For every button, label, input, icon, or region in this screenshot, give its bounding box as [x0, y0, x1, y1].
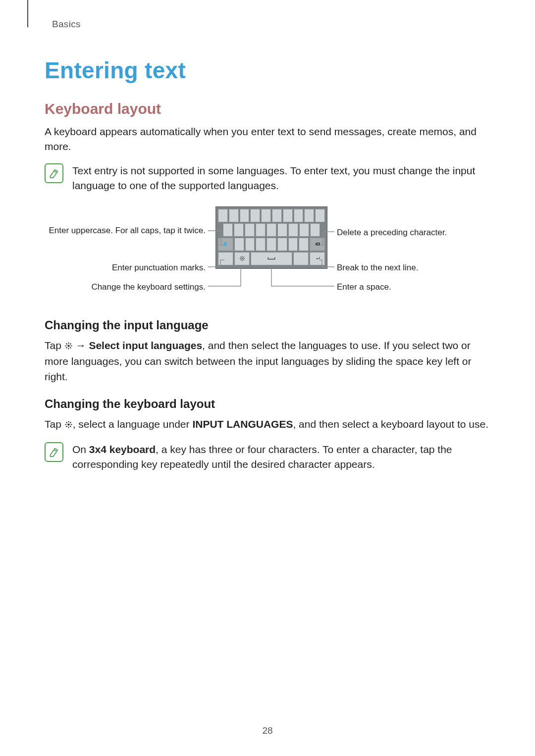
page-number: 28 — [0, 725, 535, 736]
keyboard-diagram: Enter uppercase. For all caps, tap it tw… — [45, 206, 490, 305]
callout-delete: Delete a preceding character. — [337, 227, 447, 238]
callout-settings: Change the keyboard settings. — [45, 282, 206, 292]
page-title: Entering text — [45, 57, 490, 84]
svg-line-6 — [243, 259, 244, 260]
note-block: Text entry is not supported in some lang… — [45, 163, 490, 194]
note-text: On 3x4 keyboard, a key has three or four… — [72, 442, 490, 472]
svg-line-14 — [66, 343, 67, 344]
svg-line-5 — [240, 257, 241, 258]
svg-line-15 — [70, 347, 71, 348]
text-bold: 3x4 keyboard — [89, 444, 156, 455]
section-heading-input-language: Changing the input language — [45, 318, 490, 332]
svg-line-24 — [70, 426, 71, 427]
note-icon — [45, 163, 63, 183]
text-fragment: On — [72, 444, 89, 455]
text-fragment: Tap — [45, 418, 64, 430]
shift-key-icon — [218, 238, 233, 251]
symbol-key — [218, 252, 233, 265]
paragraph-keyboard-layout: Tap , select a language under INPUT LANG… — [45, 417, 490, 433]
svg-line-7 — [240, 259, 241, 260]
callout-punctuation: Enter punctuation marks. — [45, 262, 206, 273]
note-block: On 3x4 keyboard, a key has three or four… — [45, 442, 490, 472]
text-bold: INPUT LANGUAGES — [192, 418, 293, 430]
dot-key — [293, 252, 309, 265]
breadcrumb: Basics — [52, 19, 490, 30]
svg-point-0 — [241, 258, 243, 259]
text-fragment: → — [73, 340, 89, 351]
svg-line-8 — [243, 257, 244, 258]
text-fragment: , select a language under — [73, 418, 193, 430]
text-fragment: , and then select a keyboard layout to u… — [293, 418, 488, 430]
section-heading-keyboard-layout-change: Changing the keyboard layout — [45, 397, 490, 411]
svg-line-25 — [66, 426, 67, 427]
section-heading-keyboard-layout: Keyboard layout — [45, 101, 490, 117]
svg-point-9 — [67, 345, 69, 347]
svg-line-23 — [66, 422, 67, 423]
gear-icon — [64, 418, 73, 433]
text-fragment: Tap — [45, 340, 64, 351]
text-bold: Select input languages — [89, 340, 202, 351]
callout-uppercase: Enter uppercase. For all caps, tap it tw… — [45, 225, 206, 236]
space-key-icon — [251, 252, 292, 265]
gear-icon — [64, 339, 73, 354]
svg-line-16 — [66, 347, 67, 348]
enter-key-icon — [310, 252, 325, 265]
svg-point-18 — [67, 423, 69, 425]
paragraph-input-language: Tap → Select input languages, and then s… — [45, 338, 490, 384]
document-page: Basics Entering text Keyboard layout A k… — [0, 0, 535, 756]
svg-line-17 — [70, 343, 71, 344]
header-rule — [27, 0, 28, 27]
svg-line-26 — [70, 422, 71, 423]
note-text: Text entry is not supported in some lang… — [72, 163, 490, 194]
intro-paragraph: A keyboard appears automatically when yo… — [45, 124, 490, 154]
settings-key-icon — [234, 252, 250, 265]
keyboard-graphic — [215, 206, 327, 269]
note-icon — [45, 442, 63, 462]
callout-nextline: Break to the next line. — [337, 262, 418, 273]
backspace-key-icon — [310, 238, 325, 251]
callout-space: Enter a space. — [337, 282, 391, 292]
